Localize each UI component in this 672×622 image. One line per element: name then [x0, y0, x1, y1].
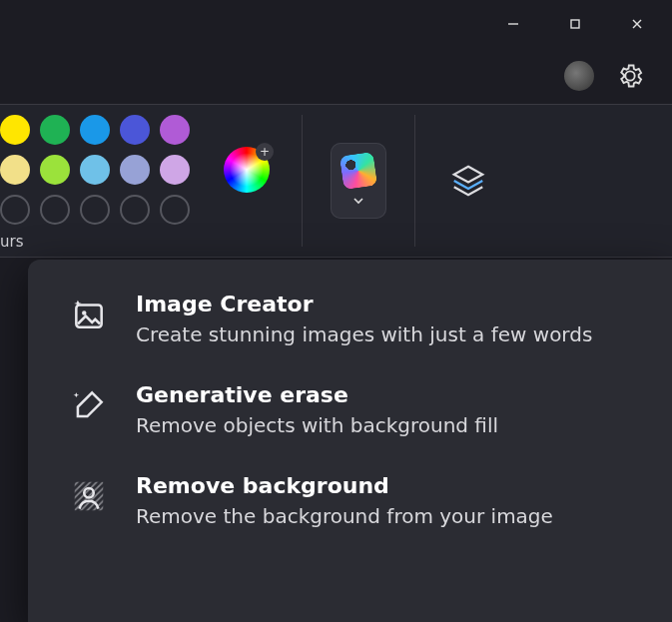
empty-swatch[interactable] — [160, 195, 190, 225]
maximize-button[interactable] — [544, 0, 606, 48]
close-button[interactable] — [606, 0, 668, 48]
copilot-dropdown: Image CreatorCreate stunning images with… — [28, 260, 672, 622]
chevron-down-icon — [351, 194, 365, 208]
app-window: + urs Image CreatorCreate stunning image… — [0, 0, 672, 622]
generative-erase-icon — [70, 386, 108, 424]
titlebar — [0, 0, 672, 48]
menu-item-desc: Remove the background from your image — [136, 504, 553, 528]
toolbar: + urs — [0, 104, 672, 258]
copilot-button[interactable] — [331, 143, 386, 219]
colour-swatch[interactable] — [120, 115, 150, 145]
colour-swatch[interactable] — [80, 115, 110, 145]
colour-swatch[interactable] — [160, 155, 190, 185]
minimize-button[interactable] — [482, 0, 544, 48]
swatch-grid — [0, 115, 198, 225]
menu-item[interactable]: Remove backgroundRemove the background f… — [70, 473, 642, 528]
remove-background-icon — [70, 477, 108, 515]
menu-item-title: Image Creator — [136, 292, 592, 316]
menu-item-title: Generative erase — [136, 382, 498, 407]
svg-rect-5 — [76, 306, 101, 327]
menu-item[interactable]: Generative eraseRemove objects with back… — [70, 382, 642, 437]
menu-item-text: Generative eraseRemove objects with back… — [136, 382, 498, 437]
ai-tool-section — [303, 105, 414, 257]
user-bar — [0, 48, 672, 104]
colour-palette-section: + urs — [0, 105, 302, 257]
menu-item-text: Image CreatorCreate stunning images with… — [136, 292, 592, 346]
colour-swatch[interactable] — [40, 115, 70, 145]
colours-label: urs — [0, 233, 286, 251]
svg-rect-7 — [75, 482, 104, 511]
colour-swatch[interactable] — [160, 115, 190, 145]
copilot-icon — [339, 152, 377, 190]
menu-item-desc: Remove objects with background fill — [136, 413, 498, 437]
colour-swatch[interactable] — [40, 155, 70, 185]
colour-swatch[interactable] — [80, 155, 110, 185]
empty-swatch[interactable] — [80, 195, 110, 225]
colour-swatch[interactable] — [0, 115, 30, 145]
layers-icon[interactable] — [449, 162, 487, 200]
svg-rect-1 — [571, 20, 579, 28]
close-icon — [630, 17, 644, 31]
svg-marker-4 — [454, 167, 483, 183]
image-creator-icon — [70, 296, 108, 333]
maximize-icon — [568, 17, 582, 31]
gear-icon[interactable] — [616, 62, 644, 90]
plus-icon: + — [256, 143, 274, 161]
empty-swatch[interactable] — [40, 195, 70, 225]
avatar[interactable] — [564, 61, 594, 91]
menu-item-desc: Create stunning images with just a few w… — [136, 322, 592, 346]
menu-item[interactable]: Image CreatorCreate stunning images with… — [70, 292, 642, 346]
layers-section — [415, 105, 672, 257]
menu-item-title: Remove background — [136, 473, 553, 498]
empty-swatch[interactable] — [120, 195, 150, 225]
colour-swatch[interactable] — [0, 155, 30, 185]
minimize-icon — [506, 17, 520, 31]
menu-item-text: Remove backgroundRemove the background f… — [136, 473, 553, 528]
colour-swatch[interactable] — [120, 155, 150, 185]
edit-colour-button[interactable]: + — [224, 147, 270, 193]
empty-swatch[interactable] — [0, 195, 30, 225]
